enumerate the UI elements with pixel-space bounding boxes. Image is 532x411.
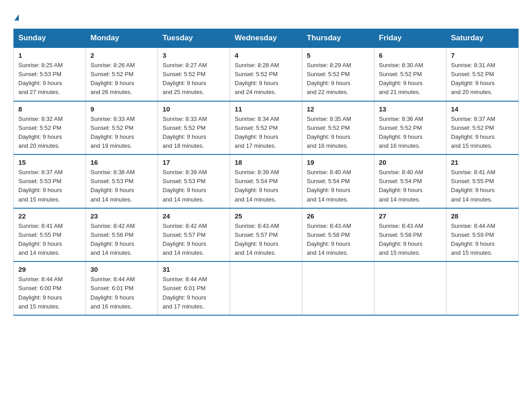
table-row: 27Sunrise: 8:43 AMSunset: 5:58 PMDayligh… xyxy=(374,208,446,262)
day-number: 11 xyxy=(235,105,297,113)
day-number: 9 xyxy=(90,105,153,113)
day-number: 2 xyxy=(90,51,153,59)
calendar-week-row: 29Sunrise: 8:44 AMSunset: 6:00 PMDayligh… xyxy=(14,261,519,315)
table-row: 31Sunrise: 8:44 AMSunset: 6:01 PMDayligh… xyxy=(158,261,230,315)
header-friday: Friday xyxy=(374,29,446,48)
day-number: 22 xyxy=(18,212,81,220)
table-row: 26Sunrise: 8:43 AMSunset: 5:58 PMDayligh… xyxy=(302,208,374,262)
day-info: Sunrise: 8:36 AMSunset: 5:52 PMDaylight:… xyxy=(379,115,442,151)
day-number: 27 xyxy=(379,212,442,220)
day-number: 7 xyxy=(451,51,514,59)
day-info: Sunrise: 8:41 AMSunset: 5:55 PMDaylight:… xyxy=(451,168,514,204)
day-info: Sunrise: 8:43 AMSunset: 5:58 PMDaylight:… xyxy=(379,222,442,258)
table-row xyxy=(230,261,302,315)
table-row xyxy=(446,261,519,315)
calendar-week-row: 1Sunrise: 8:25 AMSunset: 5:53 PMDaylight… xyxy=(14,47,519,101)
table-row xyxy=(302,261,374,315)
table-row: 18Sunrise: 8:39 AMSunset: 5:54 PMDayligh… xyxy=(230,154,302,208)
day-info: Sunrise: 8:41 AMSunset: 5:55 PMDaylight:… xyxy=(18,222,81,258)
day-info: Sunrise: 8:29 AMSunset: 5:52 PMDaylight:… xyxy=(307,61,369,97)
header-wednesday: Wednesday xyxy=(230,29,302,48)
table-row: 23Sunrise: 8:42 AMSunset: 5:56 PMDayligh… xyxy=(86,208,158,262)
table-row: 16Sunrise: 8:38 AMSunset: 5:53 PMDayligh… xyxy=(86,154,158,208)
day-number: 19 xyxy=(307,158,369,166)
logo-triangle-icon xyxy=(14,14,19,21)
table-row: 12Sunrise: 8:35 AMSunset: 5:52 PMDayligh… xyxy=(302,101,374,155)
day-number: 28 xyxy=(451,212,514,220)
day-number: 10 xyxy=(163,105,225,113)
day-info: Sunrise: 8:33 AMSunset: 5:52 PMDaylight:… xyxy=(163,115,225,151)
table-row: 5Sunrise: 8:29 AMSunset: 5:52 PMDaylight… xyxy=(302,47,374,101)
header-tuesday: Tuesday xyxy=(158,29,230,48)
day-number: 23 xyxy=(90,212,153,220)
calendar-week-row: 15Sunrise: 8:37 AMSunset: 5:53 PMDayligh… xyxy=(14,154,519,208)
day-number: 20 xyxy=(379,158,442,166)
header-sunday: Sunday xyxy=(14,29,86,48)
table-row: 14Sunrise: 8:37 AMSunset: 5:52 PMDayligh… xyxy=(446,101,519,155)
day-number: 24 xyxy=(163,212,225,220)
weekday-header-row: Sunday Monday Tuesday Wednesday Thursday… xyxy=(14,29,519,48)
day-number: 17 xyxy=(163,158,225,166)
day-number: 30 xyxy=(90,265,153,273)
table-row: 22Sunrise: 8:41 AMSunset: 5:55 PMDayligh… xyxy=(14,208,86,262)
table-row: 3Sunrise: 8:27 AMSunset: 5:52 PMDaylight… xyxy=(158,47,230,101)
day-info: Sunrise: 8:31 AMSunset: 5:52 PMDaylight:… xyxy=(451,61,514,97)
table-row: 13Sunrise: 8:36 AMSunset: 5:52 PMDayligh… xyxy=(374,101,446,155)
day-info: Sunrise: 8:32 AMSunset: 5:52 PMDaylight:… xyxy=(18,115,81,151)
table-row: 29Sunrise: 8:44 AMSunset: 6:00 PMDayligh… xyxy=(14,261,86,315)
day-info: Sunrise: 8:33 AMSunset: 5:52 PMDaylight:… xyxy=(90,115,153,151)
day-info: Sunrise: 8:37 AMSunset: 5:52 PMDaylight:… xyxy=(451,115,514,151)
day-number: 15 xyxy=(18,158,81,166)
table-row: 11Sunrise: 8:34 AMSunset: 5:52 PMDayligh… xyxy=(230,101,302,155)
table-row: 25Sunrise: 8:43 AMSunset: 5:57 PMDayligh… xyxy=(230,208,302,262)
table-row: 24Sunrise: 8:42 AMSunset: 5:57 PMDayligh… xyxy=(158,208,230,262)
day-info: Sunrise: 8:27 AMSunset: 5:52 PMDaylight:… xyxy=(163,61,225,97)
calendar-week-row: 8Sunrise: 8:32 AMSunset: 5:52 PMDaylight… xyxy=(14,101,519,155)
table-row: 1Sunrise: 8:25 AMSunset: 5:53 PMDaylight… xyxy=(14,47,86,101)
day-number: 5 xyxy=(307,51,369,59)
day-info: Sunrise: 8:26 AMSunset: 5:52 PMDaylight:… xyxy=(90,61,153,97)
table-row: 10Sunrise: 8:33 AMSunset: 5:52 PMDayligh… xyxy=(158,101,230,155)
day-number: 1 xyxy=(18,51,81,59)
day-info: Sunrise: 8:42 AMSunset: 5:56 PMDaylight:… xyxy=(90,222,153,258)
day-info: Sunrise: 8:39 AMSunset: 5:53 PMDaylight:… xyxy=(163,168,225,204)
table-row: 2Sunrise: 8:26 AMSunset: 5:52 PMDaylight… xyxy=(86,47,158,101)
day-info: Sunrise: 8:43 AMSunset: 5:57 PMDaylight:… xyxy=(235,222,297,258)
day-number: 8 xyxy=(18,105,81,113)
table-row: 19Sunrise: 8:40 AMSunset: 5:54 PMDayligh… xyxy=(302,154,374,208)
table-row: 6Sunrise: 8:30 AMSunset: 5:52 PMDaylight… xyxy=(374,47,446,101)
table-row: 17Sunrise: 8:39 AMSunset: 5:53 PMDayligh… xyxy=(158,154,230,208)
day-info: Sunrise: 8:43 AMSunset: 5:58 PMDaylight:… xyxy=(307,222,369,258)
table-row: 30Sunrise: 8:44 AMSunset: 6:01 PMDayligh… xyxy=(86,261,158,315)
table-row: 7Sunrise: 8:31 AMSunset: 5:52 PMDaylight… xyxy=(446,47,519,101)
day-number: 29 xyxy=(18,265,81,273)
day-number: 13 xyxy=(379,105,442,113)
table-row xyxy=(374,261,446,315)
day-info: Sunrise: 8:44 AMSunset: 6:01 PMDaylight:… xyxy=(90,275,153,311)
header-monday: Monday xyxy=(86,29,158,48)
day-info: Sunrise: 8:28 AMSunset: 5:52 PMDaylight:… xyxy=(235,61,297,97)
day-number: 14 xyxy=(451,105,514,113)
calendar-table: Sunday Monday Tuesday Wednesday Thursday… xyxy=(13,29,519,316)
logo-general-row xyxy=(13,9,19,21)
page-header xyxy=(13,9,519,21)
header-thursday: Thursday xyxy=(302,29,374,48)
day-info: Sunrise: 8:39 AMSunset: 5:54 PMDaylight:… xyxy=(235,168,297,204)
table-row: 15Sunrise: 8:37 AMSunset: 5:53 PMDayligh… xyxy=(14,154,86,208)
day-info: Sunrise: 8:25 AMSunset: 5:53 PMDaylight:… xyxy=(18,61,81,97)
table-row: 28Sunrise: 8:44 AMSunset: 5:59 PMDayligh… xyxy=(446,208,519,262)
day-number: 12 xyxy=(307,105,369,113)
day-number: 21 xyxy=(451,158,514,166)
day-info: Sunrise: 8:40 AMSunset: 5:54 PMDaylight:… xyxy=(307,168,369,204)
table-row: 8Sunrise: 8:32 AMSunset: 5:52 PMDaylight… xyxy=(14,101,86,155)
logo xyxy=(13,9,19,21)
table-row: 21Sunrise: 8:41 AMSunset: 5:55 PMDayligh… xyxy=(446,154,519,208)
day-number: 6 xyxy=(379,51,442,59)
day-number: 25 xyxy=(235,212,297,220)
day-info: Sunrise: 8:42 AMSunset: 5:57 PMDaylight:… xyxy=(163,222,225,258)
day-number: 26 xyxy=(307,212,369,220)
day-number: 18 xyxy=(235,158,297,166)
header-saturday: Saturday xyxy=(446,29,519,48)
day-number: 3 xyxy=(163,51,225,59)
day-number: 31 xyxy=(163,265,225,273)
